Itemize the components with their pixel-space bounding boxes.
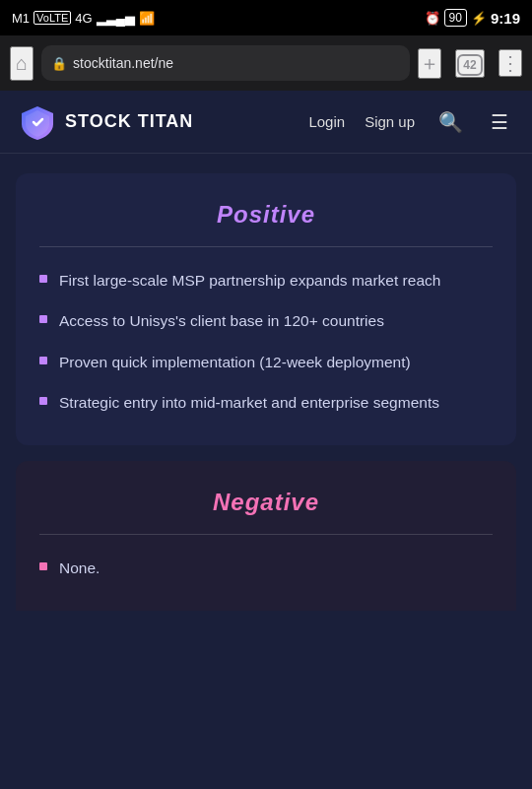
positive-card: Positive First large-scale MSP partnersh…: [16, 173, 516, 445]
positive-item-2: Access to Unisys's client base in 120+ c…: [59, 309, 384, 332]
positive-divider: [39, 246, 493, 247]
logo-container: STOCK TITAN: [20, 104, 308, 140]
main-content: Positive First large-scale MSP partnersh…: [0, 154, 532, 611]
positive-item-4: Strategic entry into mid-market and ente…: [59, 391, 439, 414]
negative-list: None.: [39, 557, 493, 579]
time-display: 9:19: [491, 10, 520, 27]
positive-list: First large-scale MSP partnership expand…: [39, 269, 493, 414]
status-left: M1 VoLTE 4G ▂▃▄▅ 📶: [12, 11, 155, 26]
signup-link[interactable]: Sign up: [365, 113, 415, 130]
bullet-icon: [39, 275, 47, 283]
charging-icon: ⚡: [471, 11, 487, 26]
new-tab-button[interactable]: ＋: [418, 48, 441, 79]
tab-count: 42: [457, 54, 483, 76]
list-item: Strategic entry into mid-market and ente…: [39, 391, 493, 414]
wifi-icon: 📶: [139, 11, 155, 26]
list-item: First large-scale MSP partnership expand…: [39, 269, 493, 292]
search-button[interactable]: 🔍: [434, 106, 467, 138]
positive-item-1: First large-scale MSP partnership expand…: [59, 269, 440, 292]
url-bar[interactable]: 🔒 stocktitan.net/ne: [41, 45, 410, 81]
logo-icon: [20, 104, 55, 140]
negative-item-1: None.: [59, 557, 100, 579]
list-item: None.: [39, 557, 493, 579]
browser-actions: ＋ 42 ⋮: [418, 48, 522, 79]
alarm-icon: ⏰: [425, 11, 440, 26]
negative-title: Negative: [39, 489, 493, 516]
positive-item-3: Proven quick implementation (12-week dep…: [59, 351, 411, 373]
signal-icon: ▂▃▄▅: [97, 11, 135, 26]
logo-text: STOCK TITAN: [65, 111, 193, 132]
status-right: ⏰ 90 ⚡ 9:19: [425, 9, 520, 27]
network-icon: VoLTE: [33, 11, 71, 25]
hamburger-button[interactable]: ☰: [487, 106, 512, 138]
list-item: Access to Unisys's client base in 120+ c…: [39, 309, 493, 332]
bullet-icon: [39, 357, 47, 364]
negative-card: Negative None.: [16, 461, 516, 611]
status-bar: M1 VoLTE 4G ▂▃▄▅ 📶 ⏰ 90 ⚡ 9:19: [0, 0, 532, 35]
url-text: stocktitan.net/ne: [73, 55, 400, 71]
menu-button[interactable]: ⋮: [499, 49, 522, 77]
bullet-icon: [39, 397, 47, 405]
browser-bar: ⌂ 🔒 stocktitan.net/ne ＋ 42 ⋮: [0, 35, 532, 91]
network-type: 4G: [75, 11, 92, 26]
tab-switcher-button[interactable]: 42: [455, 49, 485, 78]
login-link[interactable]: Login: [308, 113, 345, 130]
home-button[interactable]: ⌂: [10, 46, 33, 81]
security-icon: 🔒: [51, 56, 67, 71]
bullet-icon: [39, 315, 47, 323]
positive-title: Positive: [39, 201, 493, 229]
carrier-label: M1: [12, 11, 30, 26]
negative-divider: [39, 534, 493, 535]
nav-bar: STOCK TITAN Login Sign up 🔍 ☰: [0, 91, 532, 154]
list-item: Proven quick implementation (12-week dep…: [39, 351, 493, 373]
battery-indicator: 90: [444, 9, 467, 27]
nav-links: Login Sign up 🔍 ☰: [308, 106, 512, 138]
bullet-icon: [39, 562, 47, 570]
